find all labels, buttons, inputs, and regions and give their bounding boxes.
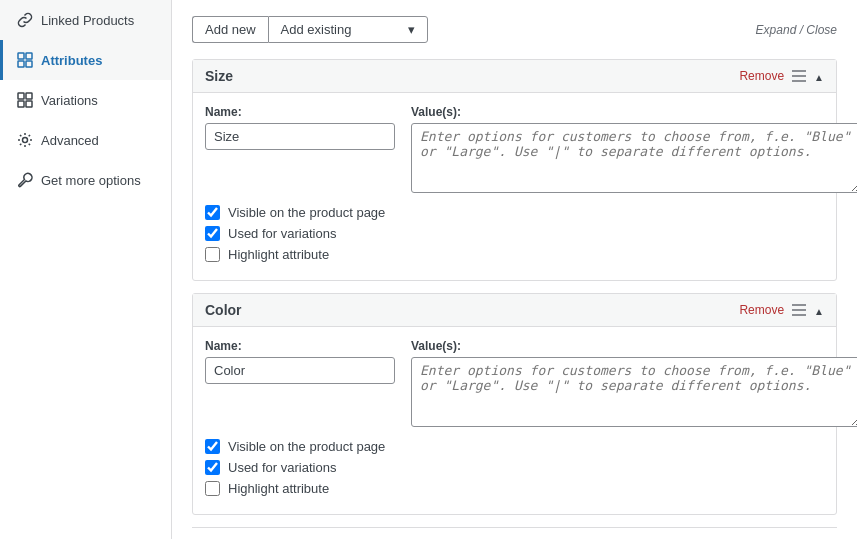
svg-rect-3 (26, 61, 32, 67)
values-label-color: Value(s): (411, 339, 857, 353)
toolbar-left: Add new Add existing (192, 16, 428, 43)
attribute-body-size: Name: Value(s): Visible on the product p… (193, 93, 836, 280)
values-textarea-size[interactable] (411, 123, 857, 193)
svg-rect-6 (18, 101, 24, 107)
sidebar-item-attributes[interactable]: Attributes (0, 40, 171, 80)
visible-label-size: Visible on the product page (228, 205, 385, 220)
attribute-title-color: Color (205, 302, 242, 318)
name-label-color: Name: (205, 339, 395, 353)
collapse-size-arrow[interactable] (814, 69, 824, 84)
attribute-header-color: Color Remove (193, 294, 836, 327)
svg-rect-4 (18, 93, 24, 99)
attribute-block-size: Size Remove Name: Value(s): (192, 59, 837, 281)
highlight-checkbox-row-size: Highlight attribute (205, 247, 824, 262)
sidebar-item-linked-products[interactable]: Linked Products (0, 0, 171, 40)
add-existing-button[interactable]: Add existing (268, 16, 428, 43)
remove-color-link[interactable]: Remove (739, 303, 784, 317)
visible-checkbox-row-size: Visible on the product page (205, 205, 824, 220)
add-existing-label: Add existing (281, 22, 352, 37)
sidebar-item-get-more-options[interactable]: Get more options (0, 160, 171, 200)
visible-checkbox-size[interactable] (205, 205, 220, 220)
used-for-variations-checkbox-size[interactable] (205, 226, 220, 241)
attribute-fields-color: Name: Value(s): (205, 339, 824, 427)
used-for-variations-checkbox-row-size: Used for variations (205, 226, 824, 241)
gear-icon (17, 132, 33, 148)
attribute-actions-color: Remove (739, 303, 824, 318)
visible-checkbox-row-color: Visible on the product page (205, 439, 824, 454)
attribute-title-size: Size (205, 68, 233, 84)
svg-rect-0 (18, 53, 24, 59)
svg-point-8 (23, 138, 28, 143)
highlight-checkbox-row-color: Highlight attribute (205, 481, 824, 496)
link-icon (17, 12, 33, 28)
sidebar-item-label: Variations (41, 93, 98, 108)
main-content: Add new Add existing Expand / Close Size… (172, 0, 857, 539)
used-for-variations-checkbox-color[interactable] (205, 460, 220, 475)
name-input-color[interactable] (205, 357, 395, 384)
variations-icon (17, 92, 33, 108)
values-textarea-color[interactable] (411, 357, 857, 427)
add-new-button[interactable]: Add new (192, 16, 268, 43)
highlight-label-color: Highlight attribute (228, 481, 329, 496)
used-for-variations-label-size: Used for variations (228, 226, 336, 241)
highlight-checkbox-size[interactable] (205, 247, 220, 262)
svg-rect-1 (26, 53, 32, 59)
drag-handle-color[interactable] (792, 304, 806, 316)
name-input-size[interactable] (205, 123, 395, 150)
drag-handle-size[interactable] (792, 70, 806, 82)
name-label-size: Name: (205, 105, 395, 119)
highlight-label-size: Highlight attribute (228, 247, 329, 262)
highlight-checkbox-color[interactable] (205, 481, 220, 496)
save-area: Save attributes Expand / Close (192, 527, 837, 539)
used-for-variations-label-color: Used for variations (228, 460, 336, 475)
toolbar: Add new Add existing Expand / Close (192, 16, 837, 43)
attribute-header-size: Size Remove (193, 60, 836, 93)
sidebar-item-label: Get more options (41, 173, 141, 188)
sidebar: Linked Products Attributes (0, 0, 172, 539)
attribute-body-color: Name: Value(s): Visible on the product p… (193, 327, 836, 514)
values-field-group-color: Value(s): (411, 339, 857, 427)
svg-rect-7 (26, 101, 32, 107)
used-for-variations-checkbox-row-color: Used for variations (205, 460, 824, 475)
visible-label-color: Visible on the product page (228, 439, 385, 454)
chevron-down-icon (408, 22, 415, 37)
expand-close-link[interactable]: Expand / Close (756, 23, 837, 37)
sidebar-item-label: Attributes (41, 53, 102, 68)
svg-rect-5 (26, 93, 32, 99)
svg-rect-2 (18, 61, 24, 67)
collapse-color-arrow[interactable] (814, 303, 824, 318)
wrench-icon (17, 172, 33, 188)
attribute-actions-size: Remove (739, 69, 824, 84)
sidebar-item-variations[interactable]: Variations (0, 80, 171, 120)
sidebar-item-label: Advanced (41, 133, 99, 148)
attribute-block-color: Color Remove Name: Value(s): (192, 293, 837, 515)
values-label-size: Value(s): (411, 105, 857, 119)
remove-size-link[interactable]: Remove (739, 69, 784, 83)
name-field-group-size: Name: (205, 105, 395, 193)
values-field-group-size: Value(s): (411, 105, 857, 193)
grid-icon (17, 52, 33, 68)
sidebar-item-label: Linked Products (41, 13, 134, 28)
visible-checkbox-color[interactable] (205, 439, 220, 454)
attribute-fields-size: Name: Value(s): (205, 105, 824, 193)
sidebar-item-advanced[interactable]: Advanced (0, 120, 171, 160)
name-field-group-color: Name: (205, 339, 395, 427)
